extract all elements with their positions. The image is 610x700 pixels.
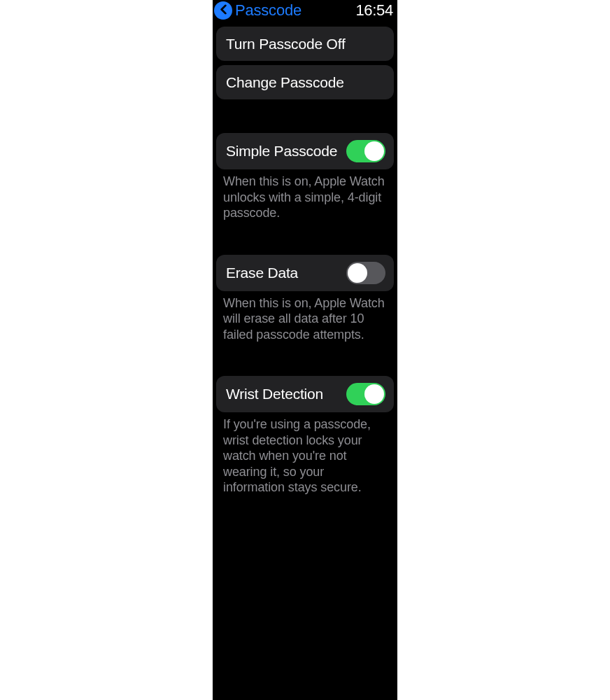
change-passcode-button[interactable]: Change Passcode <box>216 65 394 99</box>
section-gap <box>216 221 394 251</box>
wrist-detection-label: Wrist Detection <box>226 386 346 402</box>
section-gap <box>216 99 394 129</box>
turn-passcode-off-button[interactable]: Turn Passcode Off <box>216 27 394 61</box>
toggle-knob <box>364 141 384 161</box>
watch-screen: Passcode 16:54 Turn Passcode Off Change … <box>213 0 397 700</box>
content: Turn Passcode Off Change Passcode Simple… <box>213 27 397 496</box>
toggle-knob <box>348 263 367 283</box>
erase-data-toggle[interactable] <box>346 262 385 284</box>
back-button[interactable] <box>214 1 232 20</box>
wrist-detection-toggle[interactable] <box>346 383 385 405</box>
wrist-detection-description: If you're using a passcode, wrist detect… <box>216 412 394 496</box>
wrist-detection-row[interactable]: Wrist Detection <box>216 376 394 412</box>
erase-data-label: Erase Data <box>226 265 346 281</box>
simple-passcode-description: When this is on, Apple Watch unlocks wit… <box>216 169 394 221</box>
status-time: 16:54 <box>355 1 393 20</box>
simple-passcode-row[interactable]: Simple Passcode <box>216 133 394 169</box>
simple-passcode-label: Simple Passcode <box>226 143 346 160</box>
toggle-knob <box>364 384 384 404</box>
simple-passcode-toggle[interactable] <box>346 140 385 162</box>
header-bar: Passcode 16:54 <box>213 0 397 22</box>
chevron-left-icon <box>219 4 228 18</box>
page-title: Passcode <box>235 1 355 20</box>
erase-data-description: When this is on, Apple Watch will erase … <box>216 291 394 343</box>
section-gap <box>216 342 394 372</box>
erase-data-row[interactable]: Erase Data <box>216 255 394 291</box>
change-passcode-label: Change Passcode <box>226 74 384 91</box>
turn-passcode-off-label: Turn Passcode Off <box>226 35 384 52</box>
